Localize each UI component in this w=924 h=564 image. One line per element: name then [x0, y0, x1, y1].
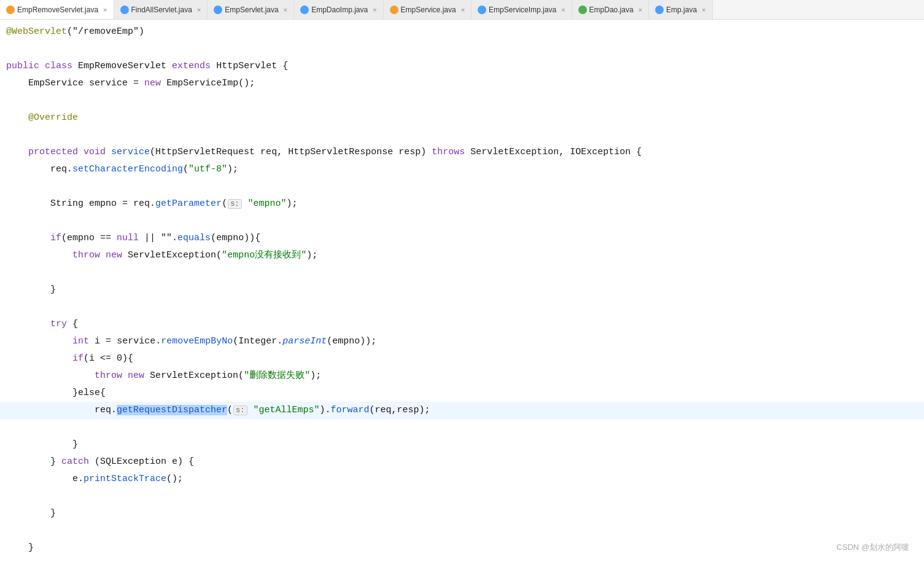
code-line-6: @Override [0, 109, 924, 127]
code-line-20: if(i <= 0){ [0, 350, 924, 367]
line-content: e.printStackTrace(); [6, 471, 183, 488]
code-line-8: protected void service(HttpServletReques… [0, 144, 924, 161]
tab-icon-orange [6, 6, 15, 14]
tab-label: Emp.java [666, 6, 697, 14]
code-line-18: try { [0, 316, 924, 333]
line-content: }else{ [6, 385, 106, 402]
tab-icon-blue [478, 6, 486, 14]
line-content: req.getRequestDispatcher(s: "getAllEmps"… [6, 402, 430, 419]
code-line-1: @WebServlet("/removeEmp") [0, 23, 924, 41]
tab-close[interactable]: × [461, 6, 465, 14]
line-content: } [6, 281, 56, 299]
code-line-9: req.setCharacterEncoding("utf-8"); [0, 161, 924, 178]
line-content [6, 557, 12, 564]
tab-label: EmpDao.java [589, 6, 634, 14]
line-content [6, 213, 12, 230]
tab-bar: EmpRemoveServlet.java × FindAllServlet.j… [0, 0, 924, 20]
line-content [6, 299, 12, 316]
line-content: protected void service(HttpServletReques… [6, 144, 642, 161]
code-line-10 [0, 178, 924, 195]
line-content: } [6, 436, 78, 453]
tab-EmpServiceImp[interactable]: EmpServiceImp.java × [472, 0, 572, 20]
code-line-7 [0, 127, 924, 144]
tab-EmpDaoImp[interactable]: EmpDaoImp.java × [294, 0, 383, 20]
line-content [6, 264, 12, 281]
tab-icon-blue [120, 6, 129, 14]
code-line-5 [0, 92, 924, 109]
tab-icon-blue [300, 6, 309, 14]
tab-close[interactable]: × [639, 6, 642, 14]
code-line-25: } [0, 436, 924, 453]
tab-EmpService[interactable]: EmpService.java × [384, 0, 472, 20]
code-line-17 [0, 299, 924, 316]
code-line-24 [0, 419, 924, 436]
line-content: String empno = req.getParameter(s: "empn… [6, 195, 298, 213]
tab-icon-blue [655, 6, 664, 14]
tab-close[interactable]: × [197, 6, 201, 14]
tab-close[interactable]: × [373, 6, 376, 14]
code-line-30 [0, 522, 924, 539]
tab-close[interactable]: × [103, 6, 107, 14]
code-line-32 [0, 557, 924, 564]
line-content: } catch (SQLException e) { [6, 453, 194, 471]
tab-icon-green [578, 6, 587, 14]
line-content [6, 92, 12, 109]
tab-label: EmpServiceImp.java [489, 6, 556, 14]
tab-icon-blue [214, 6, 222, 14]
tab-label: EmpServlet.java [225, 6, 278, 14]
line-content: public class EmpRemoveServlet extends Ht… [6, 58, 288, 75]
code-line-21: throw new ServletException("删除数据失败"); [0, 367, 924, 385]
line-content [6, 41, 12, 58]
tab-EmpDao[interactable]: EmpDao.java × [572, 0, 649, 20]
code-line-31: } [0, 539, 924, 557]
tab-label: FindAllServlet.java [131, 6, 192, 14]
line-content [6, 178, 12, 195]
line-content: EmpService service = new EmpServiceImp()… [6, 75, 255, 92]
line-content: if(empno == null || "".equals(empno)){ [6, 230, 260, 247]
watermark: CSDN @划水的阿嚏 [836, 542, 909, 553]
code-line-15 [0, 264, 924, 281]
line-content: throw new ServletException("empno没有接收到")… [6, 247, 317, 264]
tab-label: EmpDaoImp.java [311, 6, 368, 14]
line-content [6, 127, 12, 144]
code-line-4: EmpService service = new EmpServiceImp()… [0, 75, 924, 92]
tab-icon-orange [390, 6, 398, 14]
line-content [6, 522, 12, 539]
line-content: try { [6, 316, 78, 333]
code-line-3: public class EmpRemoveServlet extends Ht… [0, 58, 924, 75]
tab-Emp[interactable]: Emp.java × [649, 0, 712, 20]
line-content: } [6, 539, 34, 557]
code-line-11: String empno = req.getParameter(s: "empn… [0, 195, 924, 213]
line-content: @Override [6, 109, 78, 127]
code-line-19: int i = service.removeEmpByNo(Integer.pa… [0, 333, 924, 350]
code-line-14: throw new ServletException("empno没有接收到")… [0, 247, 924, 264]
line-content: throw new ServletException("删除数据失败"); [6, 367, 321, 385]
tab-close[interactable]: × [702, 6, 705, 14]
code-line-12 [0, 213, 924, 230]
tab-label: EmpRemoveServlet.java [17, 6, 98, 14]
code-line-28 [0, 488, 924, 505]
code-line-13: if(empno == null || "".equals(empno)){ [0, 230, 924, 247]
code-line-26: } catch (SQLException e) { [0, 453, 924, 471]
line-content [6, 419, 12, 436]
tab-close[interactable]: × [561, 6, 565, 14]
tab-label: EmpService.java [401, 6, 456, 14]
line-content: } [6, 505, 56, 522]
code-area: @WebServlet("/removeEmp") public class E… [0, 20, 924, 564]
tab-FindAllServlet[interactable]: FindAllServlet.java × [114, 0, 208, 20]
line-content: @WebServlet("/removeEmp") [6, 23, 144, 41]
code-line-22: }else{ [0, 385, 924, 402]
code-line-27: e.printStackTrace(); [0, 471, 924, 488]
code-line-16: } [0, 281, 924, 299]
code-line-29: } [0, 505, 924, 522]
line-content: if(i <= 0){ [6, 350, 133, 367]
code-line-23: req.getRequestDispatcher(s: "getAllEmps"… [0, 402, 924, 419]
line-content [6, 488, 12, 505]
tab-EmpServlet[interactable]: EmpServlet.java × [208, 0, 294, 20]
tab-close[interactable]: × [284, 6, 287, 14]
line-content: req.setCharacterEncoding("utf-8"); [6, 161, 238, 178]
code-line-2 [0, 41, 924, 58]
tab-EmpRemoveServlet[interactable]: EmpRemoveServlet.java × [0, 0, 114, 20]
line-content: int i = service.removeEmpByNo(Integer.pa… [6, 333, 376, 350]
